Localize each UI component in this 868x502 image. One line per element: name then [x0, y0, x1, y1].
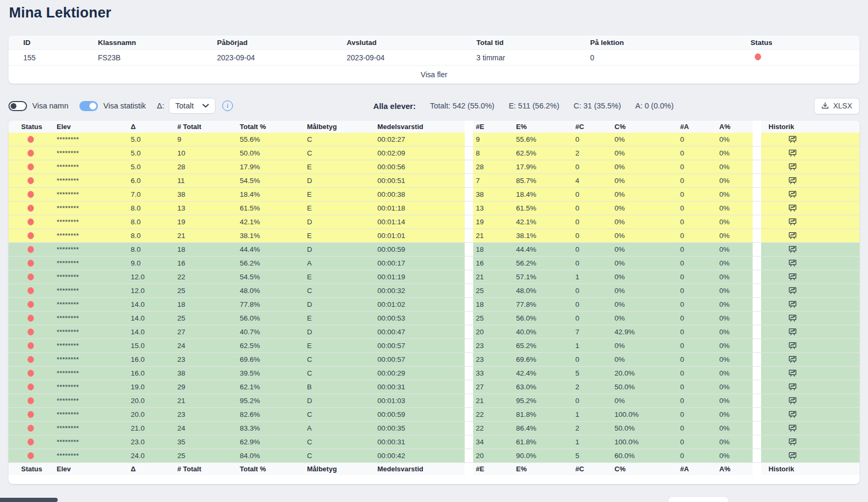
- cell-totalt: 29: [176, 380, 238, 394]
- history-button[interactable]: [788, 410, 797, 419]
- history-button[interactable]: [788, 204, 797, 213]
- history-button[interactable]: [788, 437, 797, 447]
- cell-e: 21: [473, 229, 513, 242]
- cell-totalt_pct: 17.9%: [238, 160, 305, 174]
- status-dot: [755, 53, 761, 60]
- student-row[interactable]: ********24.02584.0%C00:00:422090.0%560.0…: [8, 449, 860, 463]
- delta-select[interactable]: Totalt: [169, 98, 215, 114]
- cell-totalt: 18: [176, 298, 238, 311]
- history-button[interactable]: [788, 314, 797, 323]
- cell-e_pct: 40.0%: [513, 325, 573, 339]
- student-row[interactable]: ********5.02817.9%E00:00:562817.9%00%00%: [8, 160, 860, 174]
- cell-historik: [761, 408, 860, 421]
- delta-label: Δ:: [157, 102, 165, 110]
- history-button[interactable]: [788, 190, 797, 199]
- history-chart-icon: [788, 204, 797, 213]
- show-more-link[interactable]: Visa fler: [421, 70, 447, 79]
- students-table: StatusElevΔ# TotaltTotalt %MålbetygMedel…: [8, 121, 860, 484]
- history-button[interactable]: [788, 149, 797, 158]
- student-row[interactable]: ********23.03562.9%C00:00:313461.8%1100.…: [8, 435, 860, 449]
- cell-historik: [761, 188, 860, 201]
- cell-status: [8, 325, 55, 339]
- cell-delta: 7.0: [129, 188, 176, 201]
- student-row[interactable]: ********15.02462.5%E00:00:572365.2%10%00…: [8, 339, 860, 353]
- student-row[interactable]: ********14.02740.7%D00:00:472040.0%742.9…: [8, 325, 860, 339]
- column-gap: [753, 188, 761, 201]
- history-button[interactable]: [788, 451, 797, 461]
- xlsx-export-button[interactable]: XLSX: [814, 98, 860, 114]
- col-header-totalt: # Totalt: [176, 463, 238, 475]
- cell-totalt: 13: [176, 202, 238, 215]
- history-button[interactable]: [788, 300, 797, 309]
- student-row[interactable]: ********9.01656.2%A00:00:171656.2%00%00%: [8, 257, 860, 270]
- delta-select-value: Totalt: [175, 102, 194, 110]
- student-row[interactable]: ********12.02254.5%E00:01:192157.1%10%00…: [8, 270, 860, 284]
- col-header-e_pct: E%: [513, 463, 573, 475]
- col-header-malbetyg: Målbetyg: [305, 463, 376, 475]
- cell-c: 0: [573, 229, 612, 242]
- history-button[interactable]: [788, 135, 797, 144]
- student-row[interactable]: ********16.02369.6%C00:00:572369.6%00%00…: [8, 353, 860, 367]
- student-row[interactable]: ********20.02382.6%C00:00:592281.8%1100.…: [8, 408, 860, 422]
- history-button[interactable]: [788, 162, 797, 172]
- history-button[interactable]: [788, 272, 797, 282]
- cell-totalt: 25: [176, 449, 238, 462]
- students-footer-row: StatusElevΔ# TotaltTotalt %MålbetygMedel…: [8, 463, 860, 475]
- history-chart-icon: [788, 245, 797, 254]
- student-row[interactable]: ********12.02548.0%C00:00:322548.0%00%00…: [8, 284, 860, 298]
- history-chart-icon: [788, 314, 797, 323]
- history-button[interactable]: [788, 231, 797, 241]
- cell-a: 0: [677, 449, 717, 462]
- cell-a: 0: [677, 380, 717, 394]
- cell-historik: [761, 174, 860, 187]
- cell-totalt: 23: [176, 353, 238, 366]
- student-row[interactable]: ********20.02195.2%D00:01:032195.2%00%00…: [8, 394, 860, 408]
- history-button[interactable]: [788, 424, 797, 433]
- history-button[interactable]: [788, 259, 797, 268]
- visa-statistik-toggle[interactable]: [79, 101, 98, 111]
- lesson-row[interactable]: 155 FS23B 2023-09-04 2023-09-04 3 timmar…: [8, 50, 860, 66]
- history-button[interactable]: [788, 176, 797, 186]
- history-button[interactable]: [788, 286, 797, 296]
- cell-c_pct: 0%: [612, 202, 677, 215]
- student-row[interactable]: ********8.01361.5%E00:01:181361.5%00%00%: [8, 202, 860, 215]
- student-row[interactable]: ********19.02962.1%B00:00:312763.0%250.0…: [8, 380, 860, 394]
- student-row[interactable]: ********7.03818.4%E00:00:383818.4%00%00%: [8, 188, 860, 202]
- history-button[interactable]: [788, 396, 797, 406]
- cell-status: [8, 339, 55, 352]
- cell-a: 0: [677, 367, 717, 380]
- cell-a_pct: 0%: [717, 133, 753, 146]
- history-button[interactable]: [788, 355, 797, 364]
- download-icon: [821, 102, 829, 109]
- status-dot: [28, 301, 34, 308]
- student-row[interactable]: ********21.02483.3%A00:00:352286.4%250.0…: [8, 422, 860, 435]
- cell-c_pct: 50.0%: [612, 422, 677, 435]
- history-button[interactable]: [788, 382, 797, 392]
- student-row[interactable]: ********8.01942.1%D00:01:141942.1%00%00%: [8, 215, 860, 229]
- cell-elev: ********: [55, 257, 129, 270]
- cell-totalt: 23: [176, 408, 238, 421]
- cell-c: 4: [573, 174, 612, 187]
- info-icon[interactable]: i: [222, 101, 233, 111]
- history-button[interactable]: [788, 369, 797, 378]
- student-row[interactable]: ********14.02556.0%E00:00:532556.0%00%00…: [8, 312, 860, 325]
- student-row[interactable]: ********5.01050.0%C00:02:09862.5%20%00%: [8, 147, 860, 160]
- student-row[interactable]: ********6.01154.5%D00:00:51785.7%40%00%: [8, 174, 860, 188]
- history-button[interactable]: [788, 327, 797, 337]
- history-button[interactable]: [788, 245, 797, 254]
- horizontal-scrollbar-thumb[interactable]: [0, 498, 58, 502]
- history-button[interactable]: [788, 341, 797, 351]
- history-button[interactable]: [788, 217, 797, 227]
- student-row[interactable]: ********8.01844.4%D00:00:591844.4%00%00%: [8, 243, 860, 257]
- cell-status: [8, 188, 55, 201]
- col-header-elev: Elev: [55, 463, 129, 475]
- student-row[interactable]: ********16.03839.5%C00:00:293342.4%520.0…: [8, 367, 860, 380]
- col-header-a_pct: A%: [717, 463, 753, 475]
- student-row[interactable]: ********5.0955.6%C00:02:27955.6%00%00%: [8, 133, 860, 147]
- visa-namn-toggle[interactable]: [8, 101, 27, 111]
- student-row[interactable]: ********14.01877.8%D00:01:021877.8%00%00…: [8, 298, 860, 312]
- column-gap: [753, 435, 761, 449]
- cell-e: 23: [473, 353, 513, 366]
- student-row[interactable]: ********8.02138.1%E00:01:012138.1%00%00%: [8, 229, 860, 243]
- column-gap: [753, 353, 761, 366]
